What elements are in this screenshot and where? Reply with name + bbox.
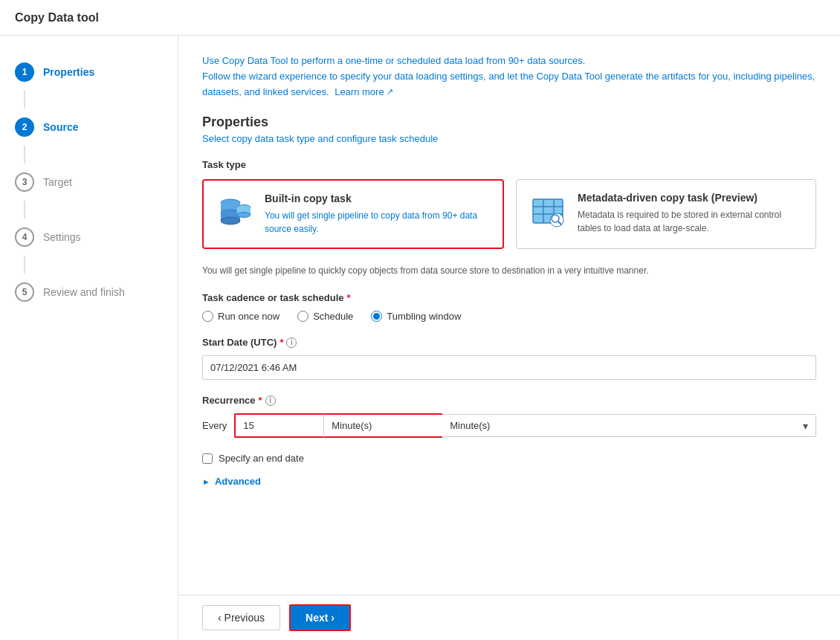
- intro-line2: Follow the wizard experience to specify …: [202, 69, 816, 100]
- radio-group-cadence: Run once now Schedule Tumbling window: [202, 311, 816, 322]
- radio-label-schedule: Schedule: [313, 311, 353, 322]
- intro-line1: Use Copy Data Tool to perform a one-time…: [202, 54, 816, 69]
- start-date-input[interactable]: [202, 355, 816, 380]
- external-link-icon: ↗: [387, 85, 393, 99]
- next-chevron-icon: ›: [331, 612, 335, 624]
- start-date-label: Start Date (UTC) * i: [202, 337, 816, 348]
- metadata-card-title: Metadata-driven copy task (Preview): [578, 192, 804, 204]
- sidebar-item-properties[interactable]: 1 Properties: [0, 54, 178, 91]
- recurrence-dropdown-wrapper: Minute(s) Hour(s) Day(s) Week(s) Month(s…: [442, 414, 816, 437]
- advanced-expand-icon: ►: [202, 477, 210, 486]
- required-indicator: *: [347, 292, 351, 303]
- recurrence-dropdown[interactable]: Minute(s) Hour(s) Day(s) Week(s) Month(s…: [442, 415, 815, 436]
- main-layout: 1 Properties 2 Source 3 Target 4 Setting…: [0, 36, 840, 640]
- learn-more-link[interactable]: Learn more ↗: [335, 85, 392, 100]
- task-card-metadata[interactable]: Metadata-driven copy task (Preview) Meta…: [516, 179, 816, 249]
- svg-point-4: [221, 217, 240, 224]
- task-cadence-label: Task cadence or task schedule *: [202, 292, 816, 303]
- recurrence-info-icon: i: [265, 395, 276, 406]
- sidebar-label-properties: Properties: [43, 66, 94, 78]
- specify-end-date-label: Specify an end date: [219, 453, 304, 464]
- sidebar-item-settings[interactable]: 4 Settings: [0, 219, 178, 256]
- radio-input-tumbling[interactable]: [371, 311, 382, 322]
- recurrence-label: Recurrence * i: [202, 395, 816, 406]
- builtin-card-title: Built-in copy task: [265, 193, 491, 204]
- task-type-row: Built-in copy task You will get single p…: [202, 179, 816, 249]
- sidebar: 1 Properties 2 Source 3 Target 4 Setting…: [0, 36, 178, 640]
- recurrence-row: Every Minute(s) Hour(s) Day(s) Week(s) M…: [202, 413, 816, 438]
- start-date-info-icon: i: [286, 337, 297, 348]
- specify-end-date-checkbox[interactable]: [202, 453, 213, 464]
- svg-point-7: [237, 213, 251, 218]
- recurrence-required: *: [259, 395, 262, 406]
- radio-label-tumbling: Tumbling window: [387, 311, 461, 322]
- app-header: Copy Data tool: [0, 0, 840, 36]
- radio-schedule[interactable]: Schedule: [297, 311, 353, 322]
- step-circle-2: 2: [15, 117, 34, 137]
- section-subtitle: Select copy data task type and configure…: [202, 133, 816, 144]
- radio-label-run-once: Run once now: [218, 311, 280, 322]
- section-title: Properties: [202, 114, 816, 130]
- advanced-label: Advanced: [215, 476, 261, 487]
- connector-4-5: [24, 256, 25, 274]
- task-type-label: Task type: [202, 159, 816, 170]
- sidebar-label-source: Source: [43, 121, 78, 133]
- radio-tumbling[interactable]: Tumbling window: [371, 311, 461, 322]
- metadata-card-content: Metadata-driven copy task (Preview) Meta…: [578, 192, 804, 235]
- sidebar-label-target: Target: [43, 176, 72, 188]
- every-label: Every: [202, 420, 227, 431]
- sidebar-label-review: Review and finish: [43, 286, 125, 298]
- radio-input-schedule[interactable]: [297, 311, 308, 322]
- step-circle-5: 5: [15, 282, 34, 302]
- next-button[interactable]: Next ›: [289, 604, 351, 631]
- builtin-card-desc: You will get single pipeline to copy dat…: [265, 209, 491, 236]
- footer: ‹ Previous Next ›: [178, 595, 840, 640]
- connector-1-2: [24, 91, 25, 109]
- metadata-card-desc: Metadata is required to be stored in ext…: [578, 208, 804, 235]
- specify-end-date-row: Specify an end date: [202, 453, 816, 464]
- connector-2-3: [24, 146, 25, 164]
- radio-input-run-once[interactable]: [202, 311, 213, 322]
- content-area: Use Copy Data Tool to perform a one-time…: [178, 36, 840, 640]
- start-date-required: *: [280, 337, 283, 348]
- step-circle-4: 4: [15, 227, 34, 247]
- recurrence-number-input[interactable]: [234, 413, 323, 438]
- pipeline-note: You will get single pipeline to quickly …: [202, 264, 816, 277]
- intro-text: Use Copy Data Tool to perform a one-time…: [202, 54, 816, 100]
- radio-run-once[interactable]: Run once now: [202, 311, 280, 322]
- step-circle-1: 1: [15, 62, 34, 82]
- step-circle-3: 3: [15, 172, 34, 192]
- builtin-copy-icon: [216, 193, 254, 231]
- advanced-row[interactable]: ► Advanced: [202, 476, 816, 487]
- sidebar-item-target[interactable]: 3 Target: [0, 164, 178, 201]
- content-scroll: Use Copy Data Tool to perform a one-time…: [178, 36, 840, 595]
- sidebar-item-source[interactable]: 2 Source: [0, 109, 178, 146]
- connector-3-4: [24, 201, 25, 219]
- sidebar-label-settings: Settings: [43, 231, 81, 243]
- app-title: Copy Data tool: [15, 11, 99, 25]
- sidebar-item-review[interactable]: 5 Review and finish: [0, 274, 178, 311]
- previous-chevron-icon: ‹: [218, 612, 224, 624]
- recurrence-unit-input[interactable]: [323, 413, 442, 438]
- previous-button[interactable]: ‹ Previous: [202, 605, 280, 630]
- task-card-builtin[interactable]: Built-in copy task You will get single p…: [202, 179, 504, 249]
- metadata-icon: [529, 192, 567, 230]
- builtin-card-content: Built-in copy task You will get single p…: [265, 193, 491, 236]
